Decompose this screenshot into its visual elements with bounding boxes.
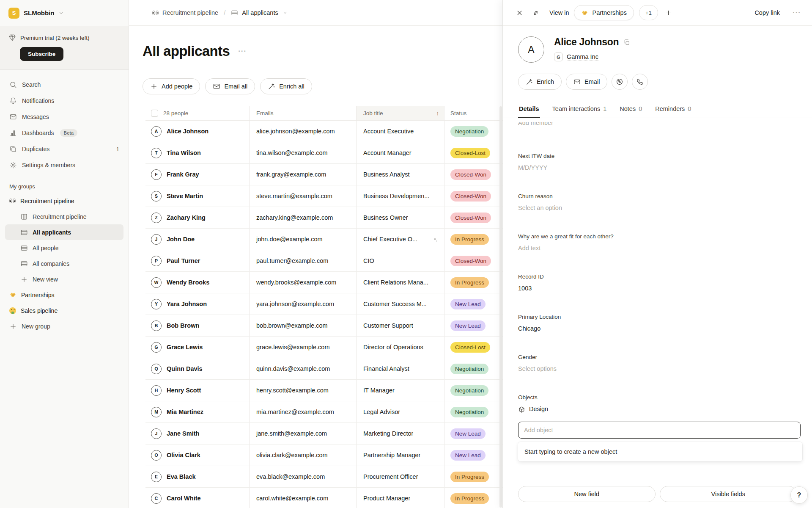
select-all-checkbox[interactable] [151, 110, 158, 117]
person-name[interactable]: Bob Brown [167, 322, 199, 329]
table-row[interactable]: WWendy Brookswendy.brooks@example.comCli… [145, 272, 502, 293]
add-object-input[interactable] [518, 422, 801, 439]
person-email[interactable]: zachary.king@example.com [249, 207, 356, 228]
copy-link-button[interactable]: Copy link [754, 9, 780, 16]
sidebar-group-recruitment-pipeline[interactable]: Recruitment pipeline [5, 193, 123, 209]
panel-more-menu[interactable]: ··· [793, 8, 801, 17]
table-row[interactable]: CCarol Whitecarol.white@example.comProdu… [145, 488, 502, 508]
status-badge[interactable]: Closed-Won [450, 191, 491, 202]
job-title[interactable]: Financial Analyst [363, 365, 409, 372]
table-row[interactable]: ZZachary Kingzachary.king@example.comBus… [145, 207, 502, 229]
person-name[interactable]: Mia Martinez [167, 409, 203, 415]
person-name[interactable]: Olivia Clark [167, 452, 200, 458]
company-link[interactable]: Gamma Inc [567, 53, 598, 61]
person-name[interactable]: Quinn Davis [167, 365, 203, 372]
status-badge[interactable]: New Lead [450, 320, 486, 331]
job-title[interactable]: Customer Success M... [363, 301, 427, 307]
sidebar-view-all-applicants[interactable]: All applicants [5, 224, 123, 240]
person-email[interactable]: jane.smith@example.com [249, 423, 356, 444]
tab-notes[interactable]: Notes0 [619, 101, 643, 118]
job-title[interactable]: Director of Operations [363, 344, 423, 351]
job-title[interactable]: Business Owner [363, 214, 408, 221]
status-badge[interactable]: New Lead [450, 299, 486, 309]
status-badge[interactable]: New Lead [450, 428, 486, 439]
person-name[interactable]: Eva Black [167, 473, 196, 480]
workspace-switcher[interactable]: S SLMobbin [0, 0, 129, 26]
job-title[interactable]: IT Manager [363, 387, 395, 394]
status-badge[interactable]: Closed-Won [450, 213, 491, 223]
person-email[interactable]: henry.scott@example.com [249, 380, 356, 401]
status-badge[interactable]: Negotiation [450, 126, 488, 137]
status-header[interactable]: Status [444, 106, 502, 120]
person-name[interactable]: Paul Turner [167, 257, 200, 264]
add-member-field[interactable]: Add member [518, 122, 800, 126]
person-email[interactable]: olivia.clark@example.com [249, 444, 356, 466]
sidebar-item-dashboards[interactable]: DashboardsBeta [5, 125, 123, 141]
table-row[interactable]: PPaul Turnerpaul.turner@example.comCIOCl… [145, 250, 502, 272]
chevron-down-icon[interactable] [282, 10, 288, 16]
job-title[interactable]: Legal Advisor [363, 409, 400, 415]
job-title[interactable]: Product Manager [363, 495, 410, 502]
status-badge[interactable]: In Progress [450, 277, 489, 288]
job-title[interactable]: Client Relations Mana... [363, 279, 428, 286]
person-email[interactable]: quinn.davis@example.com [249, 358, 356, 379]
person-name[interactable]: Tina Wilson [167, 149, 201, 156]
status-badge[interactable]: In Progress [450, 472, 489, 482]
person-name[interactable]: Zachary King [167, 214, 206, 221]
close-icon[interactable] [514, 7, 525, 18]
status-badge[interactable]: In Progress [450, 234, 489, 245]
job-title[interactable]: Customer Support [363, 322, 413, 329]
job-title[interactable]: Business Developmen... [363, 193, 429, 199]
job-title[interactable]: Business Analyst [363, 171, 410, 178]
table-row[interactable]: MMia Martinezmia.martinez@example.comLeg… [145, 401, 502, 423]
sidebar-view-new-view[interactable]: New view [5, 271, 123, 287]
job-title[interactable]: Partnership Manager [363, 452, 420, 458]
email-button[interactable]: Email [566, 74, 607, 90]
sidebar-item-search[interactable]: Search [5, 77, 123, 93]
sidebar-group-sales-pipeline[interactable]: Sales pipeline [5, 303, 123, 318]
sidebar-view-all-companies[interactable]: All companies [5, 256, 123, 271]
job-title-header[interactable]: Job title ↑ [356, 106, 444, 120]
object-chip-design[interactable]: Design [518, 406, 548, 413]
sidebar-item-duplicates[interactable]: Duplicates1 [5, 141, 123, 157]
person-name[interactable]: Carol White [167, 495, 201, 502]
job-title[interactable]: Chief Executive O... [363, 236, 417, 243]
email-all-button[interactable]: Email all [205, 78, 255, 94]
person-email[interactable]: yara.johnson@example.com [249, 293, 356, 315]
person-email[interactable]: carol.white@example.com [249, 488, 356, 508]
person-name[interactable]: Henry Scott [167, 387, 201, 394]
tab-details[interactable]: Details [518, 101, 540, 118]
sidebar-view-all-people[interactable]: All people [5, 240, 123, 256]
tab-reminders[interactable]: Reminders0 [654, 101, 692, 118]
person-email[interactable]: john.doe@example.com [249, 229, 356, 250]
table-row[interactable]: JJane Smithjane.smith@example.comMarketi… [145, 423, 502, 444]
gender-select[interactable]: Select options [518, 365, 800, 372]
more-lists-pill[interactable]: +1 [639, 5, 658, 20]
job-title[interactable]: Procurement Officer [363, 473, 418, 480]
status-badge[interactable]: Closed-Lost [450, 148, 490, 158]
enrich-all-button[interactable]: Enrich all [260, 78, 312, 94]
primary-location-value[interactable]: Chicago [518, 325, 800, 332]
person-name[interactable]: Alice Johnson [167, 128, 208, 135]
person-email[interactable]: grace.lewis@example.com [249, 337, 356, 358]
sidebar-item-notifications[interactable]: Notifications [5, 93, 123, 109]
subscribe-button[interactable]: Subscribe [20, 47, 63, 61]
enrich-button[interactable]: Enrich [518, 74, 562, 90]
emails-header[interactable]: Emails [249, 106, 356, 120]
new-field-button[interactable]: New field [518, 486, 656, 502]
status-badge[interactable]: Closed-Won [450, 256, 491, 266]
partnerships-pill[interactable]: Partnerships [574, 5, 634, 20]
person-name[interactable]: Jane Smith [167, 430, 199, 437]
add-object-dropdown[interactable]: Start typing to create a new object [518, 442, 802, 461]
table-row[interactable]: EEva Blackeva.black@example.comProcureme… [145, 466, 502, 488]
people-count-header[interactable]: 28 people [163, 110, 188, 116]
new-group-button[interactable]: New group [5, 318, 123, 334]
status-badge[interactable]: Negotiation [450, 364, 488, 374]
help-button[interactable]: ? [790, 486, 808, 504]
churn-reason-select[interactable]: Select an option [518, 204, 800, 211]
person-name[interactable]: John Doe [167, 236, 195, 243]
add-to-list-icon[interactable] [663, 7, 674, 18]
table-row[interactable]: AAlice Johnsonalice.johnson@example.comA… [145, 121, 502, 142]
person-name[interactable]: Steve Martin [167, 193, 203, 199]
phone-button[interactable] [632, 74, 648, 90]
